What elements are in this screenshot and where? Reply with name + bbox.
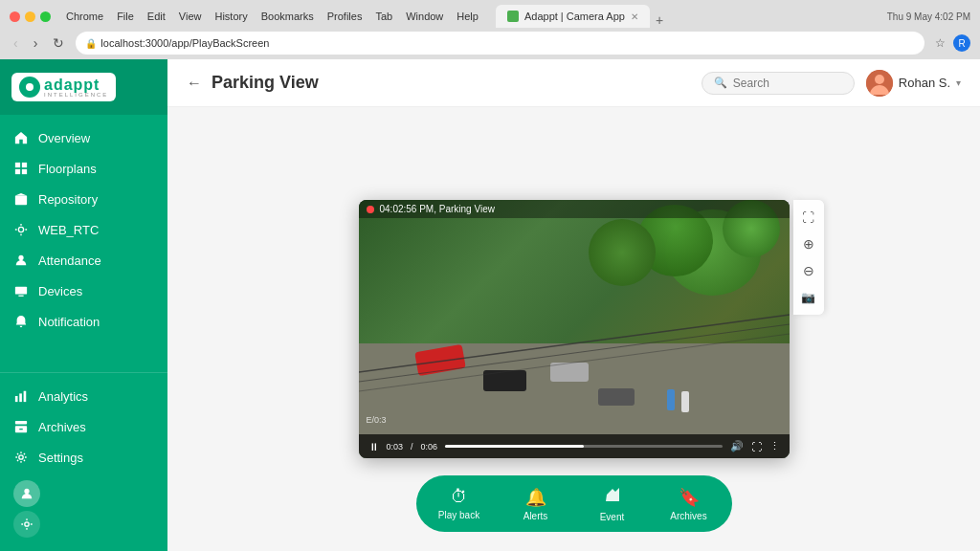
sidebar-label-floorplans: Floorplans	[38, 162, 97, 176]
menu-help[interactable]: Help	[457, 11, 479, 22]
sidebar-item-overview[interactable]: Overview	[0, 122, 167, 153]
tab-label: Adappt | Camera App	[524, 11, 625, 22]
sidebar-logo: adappt INTELLIGENCE	[0, 59, 167, 115]
browser-menu: Chrome File Edit View History Bookmarks …	[66, 11, 479, 22]
search-bar[interactable]: 🔍	[702, 72, 855, 95]
url-bar[interactable]: 🔒 localhost:3000/app/PlayBackScreen	[76, 32, 924, 55]
menu-chrome[interactable]: Chrome	[66, 11, 103, 22]
forward-nav-button[interactable]: ›	[30, 33, 42, 53]
zoom-in-button[interactable]: ⊕	[797, 232, 820, 255]
playback-label: Play back	[438, 510, 479, 520]
minimize-button[interactable]	[25, 11, 35, 22]
pause-button[interactable]: ⏸	[368, 441, 379, 452]
sidebar-user-icon[interactable]	[13, 480, 40, 507]
svg-rect-11	[19, 393, 22, 402]
video-side-controls: ⛶ ⊕ ⊖ 📷	[793, 200, 824, 315]
sidebar-item-webrtc[interactable]: WEB_RTC	[0, 214, 167, 245]
toolbar-icons: ☆ R	[932, 34, 970, 52]
refresh-button[interactable]: ↻	[49, 33, 68, 53]
menu-view[interactable]: View	[179, 11, 202, 22]
sidebar-bottom: Analytics Archives Settings	[0, 372, 167, 551]
gear-icon	[13, 450, 29, 465]
tab-close-icon[interactable]: ✕	[631, 11, 638, 22]
person-1	[667, 389, 675, 410]
sidebar-item-analytics[interactable]: Analytics	[0, 381, 167, 411]
nav-playback[interactable]: ⏱ Play back	[435, 487, 483, 520]
close-button[interactable]	[10, 11, 20, 22]
video-timestamp-bar: 04:02:56 PM, Parking View	[359, 200, 790, 218]
main-content: ← Parking View 🔍 Rohan S. ▾	[167, 59, 980, 551]
tab-favicon	[507, 11, 519, 22]
url-text: localhost:3000/app/PlayBackScreen	[100, 37, 269, 49]
svg-point-16	[19, 455, 23, 459]
sidebar-item-notification[interactable]: Notification	[0, 306, 167, 337]
add-tab-button[interactable]: +	[650, 12, 669, 28]
sidebar-item-settings[interactable]: Settings	[0, 442, 167, 473]
back-button[interactable]: ←	[187, 75, 202, 92]
person-icon	[13, 253, 29, 268]
zoom-out-button[interactable]: ⊖	[797, 259, 820, 282]
tree-4	[589, 219, 656, 286]
event-icon	[603, 485, 622, 509]
user-chevron-icon: ▾	[956, 77, 961, 88]
app-container: adappt INTELLIGENCE Overview Floorplans	[0, 59, 980, 551]
sidebar-nav: Overview Floorplans Repository WEB_RTC	[0, 115, 167, 372]
svg-rect-10	[15, 396, 18, 402]
menu-history[interactable]: History	[214, 11, 247, 22]
svg-rect-12	[24, 391, 27, 402]
svg-rect-2	[15, 169, 20, 174]
bookmark-icon[interactable]: ☆	[932, 35, 947, 51]
menu-tab[interactable]: Tab	[375, 11, 392, 22]
svg-point-7	[18, 255, 23, 260]
car-dark2	[598, 388, 635, 406]
search-input[interactable]	[733, 77, 842, 90]
nav-event[interactable]: Event	[589, 485, 636, 522]
user-profile[interactable]: Rohan S. ▾	[866, 70, 961, 97]
sidebar-item-devices[interactable]: Devices	[0, 276, 167, 306]
user-profile-icon[interactable]: R	[953, 34, 970, 52]
svg-rect-13	[15, 421, 27, 425]
fullscreen-toggle[interactable]: ⛶	[797, 206, 820, 229]
menu-window[interactable]: Window	[406, 11, 443, 22]
sidebar-item-repository[interactable]: Repository	[0, 184, 167, 214]
fullscreen-button[interactable]	[40, 11, 51, 22]
device-icon	[13, 283, 29, 298]
alerts-label: Alerts	[523, 511, 548, 521]
menu-edit[interactable]: Edit	[147, 11, 166, 22]
nav-archives[interactable]: 🔖 Archives	[665, 487, 713, 521]
current-time: 0:03	[387, 442, 404, 452]
active-tab[interactable]: Adappt | Camera App ✕	[496, 5, 650, 28]
browser-toolbar: ‹ › ↻ 🔒 localhost:3000/app/PlayBackScree…	[0, 27, 980, 59]
sidebar-label-archives: Archives	[38, 420, 86, 434]
svg-point-18	[25, 522, 29, 526]
user-name: Rohan S.	[899, 76, 950, 90]
back-nav-button[interactable]: ‹	[10, 33, 22, 53]
menu-bookmarks[interactable]: Bookmarks	[261, 11, 314, 22]
nav-alerts[interactable]: 🔔 Alerts	[512, 487, 560, 521]
timecode: E/0:3	[367, 415, 387, 425]
sidebar-bottom-icon2[interactable]	[13, 511, 40, 538]
bell-icon	[13, 314, 29, 329]
sidebar-item-attendance[interactable]: Attendance	[0, 245, 167, 276]
sidebar-label-devices: Devices	[38, 284, 82, 298]
video-area: 04:02:56 PM, Parking View E/0:3 ⏸ 0:03 /…	[167, 107, 980, 551]
camera-button[interactable]: 📷	[797, 286, 820, 309]
rec-indicator	[367, 206, 374, 213]
sidebar-label-webrtc: WEB_RTC	[38, 223, 99, 237]
menu-profiles[interactable]: Profiles	[327, 11, 363, 22]
traffic-lights[interactable]	[10, 11, 51, 22]
more-options-icon[interactable]: ⋮	[769, 440, 780, 452]
menu-file[interactable]: File	[117, 11, 134, 22]
sidebar-item-archives[interactable]: Archives	[0, 411, 167, 442]
svg-point-6	[18, 227, 23, 231]
logo-text-block: adappt INTELLIGENCE	[44, 77, 108, 98]
alerts-icon: 🔔	[525, 487, 546, 508]
car-gray	[550, 363, 589, 382]
progress-bar[interactable]	[445, 445, 722, 448]
sidebar: adappt INTELLIGENCE Overview Floorplans	[0, 59, 167, 551]
expand-icon[interactable]: ⛶	[751, 441, 762, 452]
volume-icon[interactable]: 🔊	[730, 440, 744, 452]
svg-point-20	[875, 75, 884, 84]
sidebar-item-floorplans[interactable]: Floorplans	[0, 153, 167, 184]
svg-rect-3	[22, 169, 27, 174]
